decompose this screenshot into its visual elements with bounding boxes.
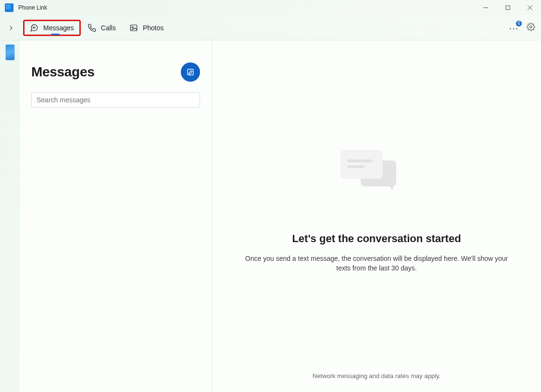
svg-point-7	[132, 26, 133, 28]
search-box[interactable]	[31, 92, 200, 108]
svg-rect-1	[506, 6, 510, 10]
compose-button[interactable]	[181, 62, 200, 82]
gear-icon	[527, 23, 535, 31]
messages-icon	[30, 24, 38, 32]
empty-illustration	[336, 146, 417, 204]
tab-label: Photos	[143, 24, 164, 32]
svg-rect-12	[188, 69, 193, 75]
tabbar: Messages Calls Photos 6	[0, 15, 541, 40]
tab-label: Messages	[43, 24, 74, 32]
conversation-panel: Let's get the conversation started Once …	[212, 40, 541, 392]
expand-toggle[interactable]	[8, 24, 14, 31]
minimize-icon	[483, 5, 488, 10]
rates-footnote: Network messaging and data rates may app…	[212, 372, 541, 380]
maximize-button[interactable]	[497, 0, 519, 15]
calls-icon	[88, 24, 96, 32]
tab-messages[interactable]: Messages	[23, 20, 81, 36]
tab-photos[interactable]: Photos	[123, 20, 171, 36]
messages-list-panel: Messages	[20, 40, 212, 392]
svg-point-10	[516, 28, 517, 29]
empty-title: Let's get the conversation started	[292, 233, 461, 245]
window-controls	[475, 0, 541, 15]
settings-button[interactable]	[527, 23, 535, 33]
app-icon	[5, 3, 13, 12]
window-title: Phone Link	[18, 4, 47, 11]
compose-icon	[186, 68, 195, 76]
empty-subtitle: Once you send a text message, the conver…	[242, 254, 511, 273]
svg-point-11	[530, 25, 532, 28]
close-icon	[528, 5, 532, 10]
close-button[interactable]	[519, 0, 541, 15]
more-button[interactable]: 6	[509, 24, 518, 32]
photos-icon	[129, 24, 138, 32]
panel-heading: Messages	[31, 64, 94, 80]
svg-marker-14	[388, 184, 394, 190]
chevron-right-icon	[9, 25, 13, 30]
svg-rect-16	[347, 159, 372, 162]
device-thumbnail[interactable]	[5, 44, 15, 61]
svg-point-9	[513, 28, 514, 29]
notification-badge: 6	[515, 20, 523, 27]
tab-label: Calls	[101, 24, 116, 32]
maximize-icon	[505, 5, 510, 10]
content-area: Messages Let's get the conversation star…	[0, 40, 541, 392]
svg-rect-15	[340, 150, 383, 179]
tab-calls[interactable]: Calls	[81, 20, 123, 36]
titlebar: Phone Link	[0, 0, 541, 15]
more-icon	[509, 27, 518, 30]
minimize-button[interactable]	[475, 0, 497, 15]
device-rail	[0, 40, 20, 392]
search-input[interactable]	[37, 96, 195, 104]
svg-rect-17	[347, 165, 365, 168]
svg-point-8	[510, 28, 511, 29]
